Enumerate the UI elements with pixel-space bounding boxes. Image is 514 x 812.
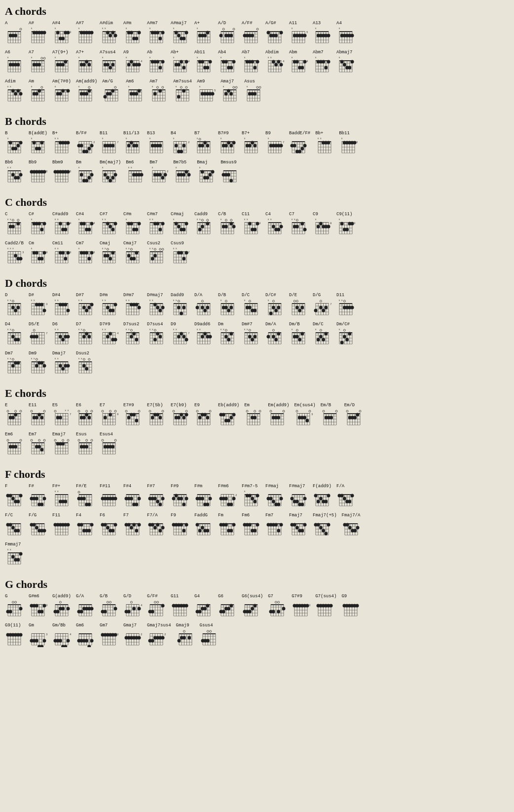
svg-point-3354 <box>187 636 191 640</box>
chord-diagram <box>289 489 308 508</box>
chord-name: D7#9 <box>100 322 110 327</box>
svg-point-3350 <box>183 630 185 632</box>
svg-point-703 <box>14 147 17 151</box>
chord-name: Gmaj7sus4 <box>147 623 171 628</box>
svg-rect-942 <box>8 170 21 171</box>
svg-point-539 <box>37 89 41 93</box>
svg-rect-1725 <box>292 303 305 304</box>
svg-point-399 <box>201 60 204 64</box>
chord-diagram: x <box>218 55 237 74</box>
chord-name: G/D <box>123 594 131 599</box>
chord-diagram <box>76 408 95 427</box>
svg-point-2472 <box>43 497 46 501</box>
chord-diagram: xx <box>5 84 24 103</box>
svg-point-1112 <box>229 179 233 183</box>
svg-text:x: x <box>128 85 130 88</box>
chord-diagram <box>289 136 308 155</box>
svg-point-505 <box>348 66 351 70</box>
svg-point-2942 <box>345 523 349 527</box>
svg-text:x: x <box>196 218 198 221</box>
chord-name: F#m6 <box>218 484 229 489</box>
svg-point-2773 <box>104 523 107 527</box>
chord-name: F/C <box>5 513 13 518</box>
svg-point-1640 <box>161 306 165 309</box>
svg-point-2133 <box>40 416 43 420</box>
chord-item: A <box>5 21 24 45</box>
svg-point-2928 <box>324 532 328 536</box>
chord-diagram: x <box>242 136 260 155</box>
svg-point-401 <box>206 66 209 70</box>
svg-point-2572 <box>182 503 185 506</box>
svg-point-3266 <box>67 639 70 643</box>
svg-point-1639 <box>158 309 162 312</box>
chord-diagram <box>268 408 287 427</box>
chord-name: Fmaj7 <box>289 513 302 518</box>
svg-point-2354 <box>356 413 359 417</box>
svg-text:x: x <box>54 137 56 140</box>
svg-rect-1691 <box>245 303 257 304</box>
svg-point-2235 <box>180 413 183 417</box>
svg-point-2909 <box>295 526 299 530</box>
svg-rect-2523 <box>126 494 139 495</box>
chord-diagram <box>194 408 213 427</box>
chord-name: C/B <box>218 212 226 217</box>
svg-rect-1377 <box>8 251 21 252</box>
chord-item: Gm73 <box>100 623 118 647</box>
svg-point-83 <box>114 34 117 38</box>
svg-point-1571 <box>64 303 67 307</box>
svg-point-2062 <box>35 364 38 368</box>
svg-point-2366 <box>7 439 9 441</box>
chord-diagram: xx <box>100 298 118 317</box>
svg-point-2709 <box>16 529 20 533</box>
svg-point-2182 <box>114 410 116 412</box>
chord-item: D/C#x <box>265 293 284 317</box>
svg-text:x: x <box>128 328 130 331</box>
svg-text:x: x <box>54 27 56 30</box>
chord-name: F7 <box>123 513 129 518</box>
chord-diagram: x <box>29 26 47 45</box>
svg-point-1161 <box>59 222 62 226</box>
svg-rect-3146 <box>271 604 284 605</box>
svg-point-1589 <box>90 303 94 307</box>
svg-point-2759 <box>87 529 91 533</box>
svg-point-2638 <box>269 497 273 501</box>
section-title: D chords <box>5 277 509 290</box>
chord-item: G6 <box>218 594 237 618</box>
svg-point-2400 <box>62 439 64 441</box>
svg-point-1163 <box>64 228 67 232</box>
svg-point-2064 <box>40 361 43 365</box>
svg-text:x: x <box>34 299 35 302</box>
chord-item: A7(9+)x <box>52 50 71 74</box>
svg-point-1842 <box>87 335 91 339</box>
svg-point-2334 <box>335 410 337 412</box>
chord-name: C#m <box>123 212 131 217</box>
chord-diagram: xx <box>147 298 166 317</box>
chord-diagram: 2 <box>218 489 237 508</box>
chord-item: Dm/C#x <box>336 322 355 346</box>
svg-point-1841 <box>85 332 88 336</box>
svg-point-2811 <box>161 526 165 530</box>
svg-text:x: x <box>57 328 59 331</box>
svg-text:3: 3 <box>46 633 47 636</box>
svg-text:x: x <box>125 328 127 331</box>
svg-point-1752 <box>320 300 322 302</box>
svg-rect-1741 <box>316 303 329 304</box>
svg-point-1943 <box>225 329 227 331</box>
chord-name: A <box>5 21 7 26</box>
svg-text:8: 8 <box>330 222 331 225</box>
svg-point-3214 <box>356 604 359 608</box>
svg-point-2875 <box>248 523 252 527</box>
svg-point-1962 <box>251 338 254 342</box>
chord-diagram <box>176 628 195 647</box>
section-title: C chords <box>5 196 509 209</box>
svg-point-2132 <box>37 413 41 417</box>
svg-point-3027 <box>80 610 83 614</box>
svg-rect-252 <box>8 60 21 61</box>
svg-rect-0 <box>8 31 21 32</box>
svg-rect-1809 <box>55 332 68 333</box>
svg-point-2129 <box>43 410 45 412</box>
svg-text:4: 4 <box>93 222 95 225</box>
svg-point-99 <box>135 37 138 40</box>
chord-name: Em6 <box>5 432 13 437</box>
chord-name: Bb6 <box>5 160 13 165</box>
